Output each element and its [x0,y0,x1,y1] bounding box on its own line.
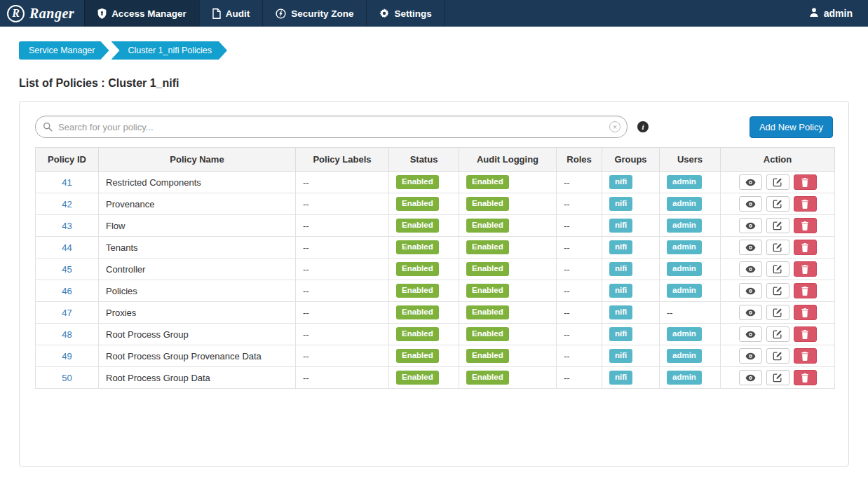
edit-policy-button[interactable] [766,240,789,255]
policy-labels-value: -- [303,221,309,231]
info-icon[interactable]: i [637,121,649,132]
roles-value: -- [564,373,570,383]
trash-icon [801,287,809,296]
users-badge: admin [667,262,702,276]
policy-labels-value: -- [303,286,309,296]
edit-policy-button[interactable] [766,370,789,385]
trash-icon [801,308,809,317]
breadcrumb-service-manager[interactable]: Service Manager [19,41,109,60]
search-wrap: × [35,116,628,138]
status-badge: Enabled [396,197,439,211]
policy-id-link[interactable]: 47 [62,308,72,318]
view-policy-button[interactable] [739,370,762,385]
users-value: -- [667,308,673,318]
table-row: 46Policies--EnabledEnabled--nifiadmin [36,280,835,302]
groups-badge: nifi [609,371,632,385]
table-row: 48Root Process Group--EnabledEnabled--ni… [36,324,835,345]
users-badge: admin [667,371,702,385]
status-badge: Enabled [396,305,439,319]
delete-policy-button[interactable] [794,326,817,342]
table-row: 43Flow--EnabledEnabled--nifiadmin [36,215,835,237]
delete-policy-button[interactable] [794,261,817,277]
policy-id-link[interactable]: 50 [62,373,72,383]
roles-value: -- [564,351,570,361]
groups-badge: nifi [609,240,632,254]
edit-policy-button[interactable] [766,348,789,364]
eye-icon [745,352,756,360]
edit-policy-button[interactable] [766,174,789,190]
status-badge: Enabled [396,240,439,254]
policy-id-link[interactable]: 45 [62,264,72,275]
users-badge: admin [667,284,702,298]
edit-policy-button[interactable] [766,261,789,277]
edit-icon [773,242,782,252]
edit-policy-button[interactable] [766,196,789,212]
view-policy-button[interactable] [739,283,762,298]
brand-name: Ranger [29,6,74,22]
policy-id-link[interactable]: 43 [62,221,72,231]
trash-icon [801,200,809,209]
breadcrumb-policies[interactable]: Cluster 1_nifi Policies [111,41,228,60]
users-badge: admin [667,219,702,233]
view-policy-button[interactable] [739,196,762,212]
nav-item-settings[interactable]: Settings [366,0,445,27]
delete-policy-button[interactable] [794,348,817,364]
brand[interactable]: R Ranger [0,0,84,27]
policy-id-link[interactable]: 44 [62,242,72,253]
groups-badge: nifi [609,349,632,363]
user-name: admin [824,8,853,19]
policy-id-link[interactable]: 49 [62,351,72,361]
view-policy-button[interactable] [739,305,762,320]
breadcrumb: Service Manager Cluster 1_nifi Policies [19,41,868,60]
table-header-row: Policy ID Policy Name Policy Labels Stat… [36,148,835,172]
view-policy-button[interactable] [739,174,762,190]
view-policy-button[interactable] [739,261,762,277]
column-header-policy-id: Policy ID [36,148,99,172]
groups-badge: nifi [609,262,632,276]
audit-logging-badge: Enabled [466,349,509,363]
policy-search-input[interactable] [35,116,628,138]
policy-id-link[interactable]: 48 [62,329,72,340]
eye-icon [745,374,756,382]
top-navbar: R Ranger Access Manager Audit Security Z… [0,0,868,27]
edit-policy-button[interactable] [766,218,789,233]
delete-policy-button[interactable] [794,174,817,190]
trash-icon [801,221,809,230]
column-header-roles: Roles [557,148,602,172]
clear-search-icon[interactable]: × [609,121,621,132]
view-policy-button[interactable] [739,348,762,364]
delete-policy-button[interactable] [794,370,817,385]
eye-icon [745,179,756,186]
nav-item-audit[interactable]: Audit [199,0,263,27]
table-row: 47Proxies--EnabledEnabled--nifi-- [36,302,835,324]
edit-icon [773,351,782,361]
nav-item-access-manager[interactable]: Access Manager [84,0,199,27]
edit-policy-button[interactable] [766,305,789,320]
delete-policy-button[interactable] [794,218,817,233]
view-policy-button[interactable] [739,218,762,233]
delete-policy-button[interactable] [794,283,817,298]
view-policy-button[interactable] [739,326,762,342]
policy-id-link[interactable]: 42 [62,199,72,209]
edit-policy-button[interactable] [766,283,789,298]
audit-logging-badge: Enabled [466,197,509,211]
edit-policy-button[interactable] [766,326,789,342]
audit-logging-badge: Enabled [466,240,509,254]
edit-icon [773,373,782,383]
view-policy-button[interactable] [739,240,762,255]
audit-logging-badge: Enabled [466,327,509,341]
roles-value: -- [564,242,570,253]
nav-label: Settings [394,8,431,19]
edit-icon [773,221,782,230]
policy-id-link[interactable]: 46 [62,286,72,296]
delete-policy-button[interactable] [794,305,817,320]
edit-icon [773,308,782,317]
trash-icon [801,243,809,252]
user-menu[interactable]: admin [799,0,868,27]
add-new-policy-button[interactable]: Add New Policy [750,116,833,138]
delete-policy-button[interactable] [794,196,817,212]
policy-id-link[interactable]: 41 [62,177,72,188]
delete-policy-button[interactable] [794,240,817,255]
edit-icon [773,199,782,209]
nav-item-security-zone[interactable]: Security Zone [262,0,366,27]
